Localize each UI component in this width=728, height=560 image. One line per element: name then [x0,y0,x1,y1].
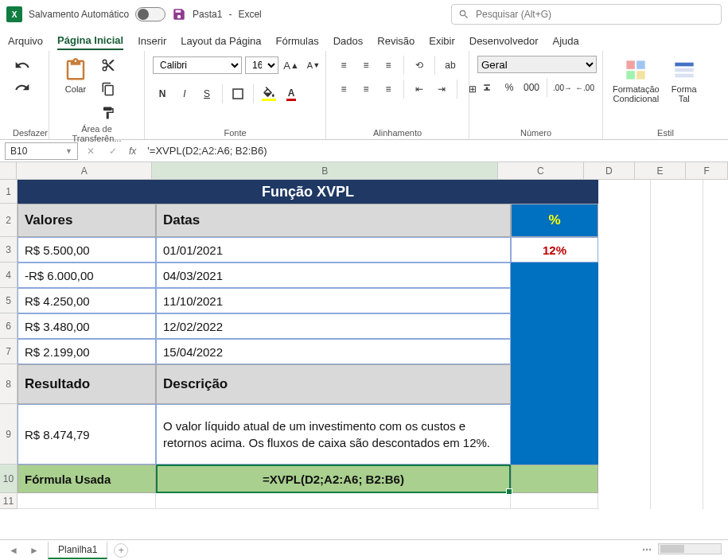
borders-button[interactable] [228,84,247,103]
fx-icon[interactable]: fx [126,146,139,157]
bold-button[interactable]: N [153,84,172,103]
tab-revisao[interactable]: Revisão [377,33,415,49]
align-right-button[interactable]: ≡ [379,80,398,99]
enter-formula-button[interactable]: ✓ [103,142,123,161]
decrease-font-button[interactable]: A▼ [304,56,323,75]
wrap-text-button[interactable]: ab [441,56,460,75]
decrease-indent-button[interactable]: ⇤ [410,80,429,99]
paste-button[interactable]: Colar [57,56,94,95]
cell-title[interactable]: Função XVPL [18,180,598,204]
font-color-button[interactable]: A [282,84,301,103]
col-F[interactable]: F [686,162,728,180]
cell-B10[interactable]: =XVPL(D2;A2:A6; B2:B6) [156,465,511,493]
row-2[interactable]: 2 [0,204,18,237]
fill-color-button[interactable] [259,84,278,103]
cell-C6[interactable] [511,313,598,339]
cell-C2[interactable]: % [511,204,598,237]
cell-B5[interactable]: 11/10/2021 [156,288,511,313]
tab-dados[interactable]: Dados [333,33,364,49]
formula-input[interactable]: '=XVPL(D2;A2:A6; B2:B6) [142,145,728,157]
row-9[interactable]: 9 [0,404,18,465]
format-table-button[interactable]: Forma Tal [666,56,703,105]
row-8[interactable]: 8 [0,364,18,404]
cell-B2[interactable]: Datas [156,204,511,237]
conditional-formatting-button[interactable]: Formatação Condicional [611,56,661,105]
search-box[interactable]: Pesquisar (Alt+G) [451,4,722,25]
cell-B8[interactable]: Descrição [156,364,511,404]
col-D[interactable]: D [584,162,635,180]
sheet-tab[interactable]: Planilha1 [48,542,107,559]
increase-font-button[interactable]: A▲ [282,56,301,75]
row-10[interactable]: 10 [0,465,18,493]
cell-B11[interactable] [156,493,511,509]
cell-C9[interactable] [511,404,598,465]
cell-A8[interactable]: Resultado [18,364,156,404]
cell-C8[interactable] [511,364,598,404]
cell-A9[interactable]: R$ 8.474,79 [18,404,156,465]
scroll-right-button[interactable]: ► [27,543,41,558]
row-3[interactable]: 3 [0,237,18,262]
align-top-button[interactable]: ≡ [334,56,353,75]
cell-C3[interactable]: 12% [511,237,598,262]
row-7[interactable]: 7 [0,339,18,364]
tab-formulas[interactable]: Fórmulas [276,33,319,49]
row-6[interactable]: 6 [0,313,18,339]
cell-C4[interactable] [511,262,598,288]
copy-button[interactable] [99,80,118,99]
cell-A6[interactable]: R$ 3.480,00 [18,313,156,339]
tab-menu-button[interactable]: ⋯ [642,544,652,555]
col-A[interactable]: A [17,162,152,180]
row-11[interactable]: 11 [0,493,18,509]
row-4[interactable]: 4 [0,262,18,288]
cell-A11[interactable] [18,493,156,509]
font-size-select[interactable]: 16 [245,56,278,74]
redo-button[interactable] [13,78,32,97]
cell-A4[interactable]: -R$ 6.000,00 [18,262,156,288]
cell-A2[interactable]: Valores [18,204,156,237]
col-E-area[interactable] [651,180,703,509]
cell-A3[interactable]: R$ 5.500,00 [18,237,156,262]
tab-arquivo[interactable]: Arquivo [8,33,43,49]
tab-inicial[interactable]: Página Inicial [57,32,123,50]
cell-C10[interactable] [511,465,598,493]
tab-ajuda[interactable]: Ajuda [552,33,578,49]
row-5[interactable]: 5 [0,288,18,313]
cut-button[interactable] [99,56,118,75]
new-sheet-button[interactable]: + [114,543,128,558]
font-name-select[interactable]: Calibri [153,56,242,74]
select-all-corner[interactable] [0,162,17,180]
cell-B6[interactable]: 12/02/2022 [156,313,511,339]
increase-decimal-button[interactable]: .00→ [553,78,572,97]
cell-grid[interactable]: Função XVPL Valores Datas % R$ 5.500,00 … [18,180,728,509]
cell-A5[interactable]: R$ 4.250,00 [18,288,156,313]
col-E[interactable]: E [635,162,686,180]
align-left-button[interactable]: ≡ [334,80,353,99]
accounting-format-button[interactable] [477,78,496,97]
cell-B9[interactable]: O valor líquido atual de um investimento… [156,404,511,465]
cell-C7[interactable] [511,339,598,364]
save-icon[interactable] [172,7,186,21]
cancel-formula-button[interactable]: ✕ [81,142,100,161]
italic-button[interactable]: I [175,84,194,103]
align-center-button[interactable]: ≡ [356,80,376,99]
comma-format-button[interactable]: 000 [522,78,541,97]
format-painter-button[interactable] [99,103,118,122]
decrease-decimal-button[interactable]: ←.00 [575,78,594,97]
name-box[interactable]: B10 ▼ [5,142,78,160]
undo-button[interactable] [13,56,32,75]
col-D-area[interactable] [598,180,651,509]
tab-layout[interactable]: Layout da Página [181,33,261,49]
tab-inserir[interactable]: Inserir [138,33,166,49]
cell-A7[interactable]: R$ 2.199,00 [18,339,156,364]
cell-B4[interactable]: 04/03/2021 [156,262,511,288]
align-bottom-button[interactable]: ≡ [379,56,398,75]
cell-C5[interactable] [511,288,598,313]
underline-button[interactable]: S [197,84,216,103]
number-format-select[interactable]: Geral [477,56,597,73]
tab-exibir[interactable]: Exibir [429,33,455,49]
row-1[interactable]: 1 [0,180,18,204]
cell-B3[interactable]: 01/01/2021 [156,237,511,262]
cell-B7[interactable]: 15/04/2022 [156,339,511,364]
scroll-left-button[interactable]: ◄ [6,543,21,558]
align-middle-button[interactable]: ≡ [356,56,376,75]
